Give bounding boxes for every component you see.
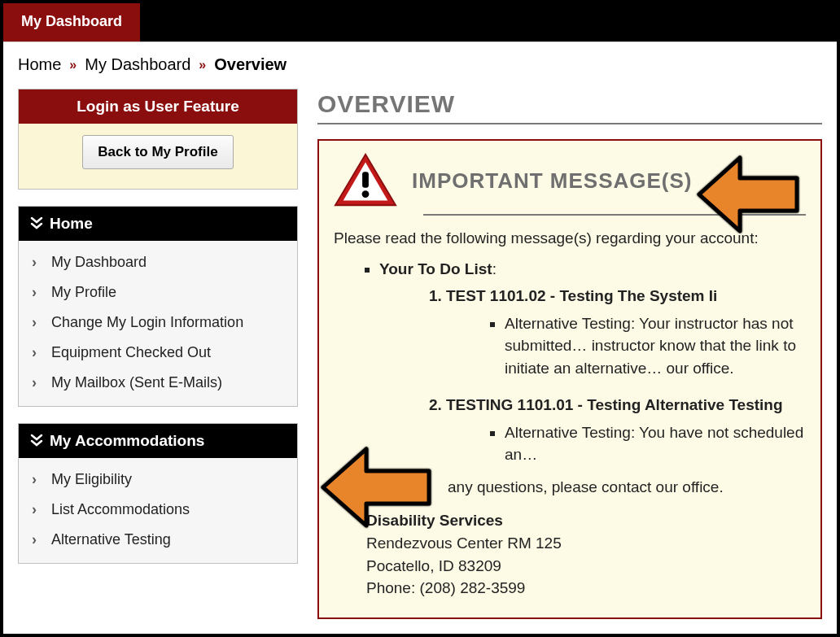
important-messages-rule: [423, 214, 806, 216]
todo-list-label: Your To Do List: TEST 1101.02 - Testing …: [379, 258, 806, 466]
topbar: My Dashboard: [3, 3, 837, 42]
nav-group-accommodations-header[interactable]: My Accommodations: [19, 424, 297, 458]
breadcrumb-current: Overview: [214, 55, 287, 74]
sidebar-item-list-accommodations[interactable]: › List Accommodations: [19, 495, 297, 525]
chevron-right-icon: ›: [32, 254, 43, 271]
double-chevron-down-icon: [30, 216, 43, 231]
todo-item-1-detail: Alternative Testing: Your instructor has…: [505, 312, 806, 380]
contact-addr1: Rendezvous Center RM 125: [366, 532, 806, 555]
chevron-right-icon: ›: [32, 531, 43, 548]
chevron-right-icon: ›: [32, 344, 43, 361]
questions-line: any questions, please contact our office…: [448, 476, 806, 499]
sidebar-item-label: Equipment Checked Out: [51, 344, 211, 361]
double-chevron-down-icon: [30, 434, 43, 448]
todo-item-1: TEST 1101.02 - Testing The System Ii Alt…: [446, 285, 806, 379]
contact-block: Disability Services Rendezvous Center RM…: [366, 509, 806, 599]
nav-group-my-accommodations: My Accommodations › My Eligibility › Lis…: [18, 423, 298, 564]
svg-rect-2: [362, 172, 369, 188]
sidebar-item-label: My Mailbox (Sent E-Mails): [51, 374, 222, 391]
sidebar-item-label: My Dashboard: [51, 254, 147, 271]
important-intro: Please read the following message(s) reg…: [334, 227, 806, 250]
back-to-my-profile-button[interactable]: Back to My Profile: [82, 135, 233, 169]
sidebar-item-alternative-testing[interactable]: › Alternative Testing: [19, 525, 297, 555]
contact-phone: Phone: (208) 282-3599: [366, 577, 806, 600]
sidebar-item-label: My Eligibility: [51, 471, 132, 488]
sidebar-item-my-profile[interactable]: › My Profile: [19, 277, 297, 308]
chevron-right-icon: ›: [32, 374, 43, 391]
sidebar-item-label: Change My Login Information: [51, 314, 243, 331]
chevron-right-icon: ›: [32, 314, 43, 331]
todo-item-2-detail: Alternative Testing: You have not schedu…: [505, 421, 806, 466]
login-as-user-box: Login as User Feature Back to My Profile: [18, 89, 298, 190]
nav-group-home: Home › My Dashboard › My Profile › Chang…: [18, 206, 298, 407]
important-messages-body: Please read the following message(s) reg…: [334, 227, 806, 600]
sidebar-item-change-login-info[interactable]: › Change My Login Information: [19, 308, 297, 338]
todo-item-2: TESTING 1101.01 - Testing Alternative Te…: [446, 394, 806, 466]
contact-name: Disability Services: [366, 509, 806, 532]
svg-point-3: [362, 190, 370, 198]
login-box-title: Login as User Feature: [19, 89, 297, 124]
breadcrumb-my-dashboard[interactable]: My Dashboard: [85, 55, 190, 74]
chevron-right-icon: »: [199, 58, 206, 72]
sidebar-item-my-dashboard[interactable]: › My Dashboard: [19, 247, 297, 277]
warning-triangle-icon: [334, 152, 397, 209]
chevron-right-icon: ›: [32, 471, 43, 488]
page-title-rule: [317, 123, 822, 124]
sidebar-item-label: My Profile: [51, 284, 116, 301]
breadcrumb-home[interactable]: Home: [18, 55, 61, 74]
nav-group-accommodations-title: My Accommodations: [50, 432, 204, 450]
sidebar-item-my-mailbox[interactable]: › My Mailbox (Sent E-Mails): [19, 368, 297, 398]
sidebar-item-equipment-checked-out[interactable]: › Equipment Checked Out: [19, 338, 297, 368]
tab-my-dashboard[interactable]: My Dashboard: [3, 3, 141, 41]
sidebar-item-my-eligibility[interactable]: › My Eligibility: [19, 465, 297, 495]
sidebar: Login as User Feature Back to My Profile…: [18, 89, 298, 580]
chevron-right-icon: ›: [32, 284, 43, 301]
important-messages-heading: IMPORTANT MESSAGE(S): [412, 168, 693, 194]
contact-addr2: Pocatello, ID 83209: [366, 555, 806, 578]
sidebar-item-label: Alternative Testing: [51, 531, 171, 548]
nav-group-home-title: Home: [50, 215, 93, 233]
breadcrumb: Home » My Dashboard » Overview: [3, 42, 837, 89]
important-messages-box: IMPORTANT MESSAGE(S) Please read the fol…: [317, 139, 822, 619]
sidebar-item-label: List Accommodations: [51, 501, 190, 518]
nav-group-home-header[interactable]: Home: [19, 207, 297, 241]
page-title: OVERVIEW: [317, 90, 822, 118]
main-content: OVERVIEW IMPORTANT MESSAGE(S): [317, 89, 822, 619]
chevron-right-icon: ›: [32, 501, 43, 518]
chevron-right-icon: »: [69, 58, 77, 72]
